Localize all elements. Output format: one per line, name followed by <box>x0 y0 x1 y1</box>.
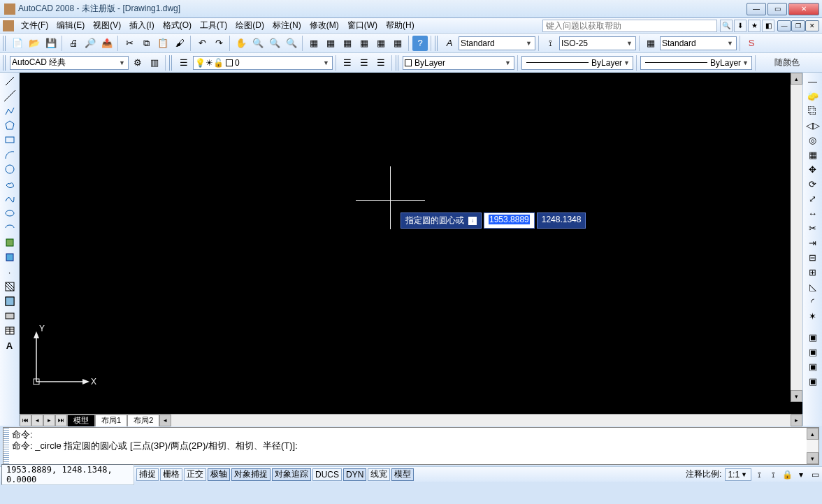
anno-visibility-icon[interactable]: ⟟ <box>752 468 766 481</box>
tab-model[interactable]: 模型 <box>67 415 95 426</box>
toolbar-grip[interactable] <box>169 55 173 71</box>
mdi-minimize-button[interactable]: — <box>777 20 791 31</box>
ws-toolbar-button[interactable]: ▥ <box>147 55 162 71</box>
close-button[interactable]: ✕ <box>788 3 819 15</box>
command-scrollbar[interactable]: ▴ ▾ <box>807 428 819 464</box>
spline-tool[interactable] <box>2 192 17 206</box>
menu-dim[interactable]: 标注(N) <box>268 18 305 33</box>
mirror-tool[interactable]: ◁▷ <box>805 118 821 132</box>
save-button[interactable]: 💾 <box>43 36 59 51</box>
layer-state-button[interactable]: ☰ <box>356 55 372 71</box>
break-tool[interactable]: ⊟ <box>805 250 821 264</box>
command-text[interactable]: 命令:命令: _circle 指定圆的圆心或 [三点(3P)/两点(2P)/相切… <box>9 428 807 464</box>
point-tool[interactable]: · <box>2 265 17 279</box>
polygon-tool[interactable] <box>2 118 17 132</box>
region-tool[interactable] <box>2 309 17 323</box>
command-window[interactable]: 命令:命令: _circle 指定圆的圆心或 [三点(3P)/两点(2P)/相切… <box>3 427 819 465</box>
draworder-tool[interactable]: ▣ <box>805 330 821 344</box>
offset-tool[interactable]: ◎ <box>805 133 821 147</box>
lineweight-combo[interactable]: ByLayer▼ <box>640 56 752 70</box>
anno-auto-icon[interactable]: ⟟ <box>766 468 780 481</box>
color-combo[interactable]: ByLayer▼ <box>403 56 514 70</box>
pan-button[interactable]: ✋ <box>233 36 249 51</box>
textstyle-icon[interactable]: A <box>442 36 457 51</box>
coordinates-display[interactable]: 1953.8889, 1248.1348, 0.0000 <box>1 464 134 485</box>
ws-settings-button[interactable]: ⚙ <box>130 55 145 71</box>
comm-icon[interactable]: ◧ <box>762 20 774 32</box>
undo-button[interactable]: ↶ <box>194 36 210 51</box>
tab-last-button[interactable]: ⏭ <box>55 415 67 426</box>
menu-edit[interactable]: 编辑(E) <box>52 18 89 33</box>
open-button[interactable]: 📂 <box>27 36 42 51</box>
snap-toggle[interactable]: 捕捉 <box>136 468 159 481</box>
star-icon[interactable]: ★ <box>748 20 760 32</box>
layer-combo[interactable]: 💡 ☀ 🔓 0 ▼ <box>193 56 333 70</box>
stretch-tool[interactable]: ↔ <box>805 206 821 220</box>
cleanscreen-icon[interactable]: ▭ <box>808 468 822 481</box>
table-style-combo[interactable]: Standard▼ <box>660 36 737 50</box>
layer-prev-button[interactable]: ☰ <box>340 55 355 71</box>
draworder2-tool[interactable]: ▣ <box>805 345 821 359</box>
polar-toggle[interactable]: 极轴 <box>208 468 230 481</box>
menu-help[interactable]: 帮助(H) <box>382 18 419 33</box>
table-tool[interactable] <box>2 324 17 338</box>
doc-icon[interactable] <box>3 20 14 31</box>
ellipse-tool[interactable] <box>2 206 17 220</box>
annotation-scale-combo[interactable]: 1:1▼ <box>725 468 751 481</box>
new-button[interactable]: 📄 <box>10 36 25 51</box>
dim-style-combo[interactable]: ISO-25▼ <box>559 36 636 50</box>
menu-file[interactable]: 文件(F) <box>17 18 52 33</box>
layer-mgr-button[interactable]: ☰ <box>176 55 192 71</box>
draworder3-tool[interactable]: ▣ <box>805 359 821 373</box>
scale-tool[interactable]: ⤢ <box>805 192 821 206</box>
search-tool-icon[interactable]: S <box>744 36 759 51</box>
model-toggle[interactable]: 模型 <box>391 468 414 481</box>
dist-tool[interactable]: — <box>805 74 821 88</box>
scroll-right-button[interactable]: ▸ <box>791 415 802 426</box>
trim-tool[interactable]: ✂ <box>805 221 821 235</box>
text-style-combo[interactable]: Standard▼ <box>459 36 535 50</box>
dynamic-y-input[interactable]: 1248.1348 <box>537 213 586 229</box>
explode-tool[interactable]: ✶ <box>805 309 821 323</box>
dimstyle-icon[interactable]: ⟟ <box>542 36 558 51</box>
tab-next-button[interactable]: ▸ <box>43 415 55 426</box>
scroll-left-button[interactable]: ◂ <box>159 415 171 426</box>
maximize-button[interactable]: ▭ <box>767 3 787 15</box>
insert-block-tool[interactable] <box>2 236 17 250</box>
layer-iso-button[interactable]: ☰ <box>373 55 389 71</box>
revcloud-tool[interactable] <box>2 177 17 191</box>
menu-view[interactable]: 视图(V) <box>89 18 125 33</box>
toolbar-grip[interactable] <box>3 36 7 51</box>
rotate-tool[interactable]: ⟳ <box>805 177 821 191</box>
osnap-toggle[interactable]: 对象捕捉 <box>231 468 271 481</box>
scroll-up-button[interactable]: ▴ <box>791 73 802 85</box>
info-icon[interactable]: ⬇ <box>734 20 747 32</box>
tab-layout1[interactable]: 布局1 <box>95 415 127 426</box>
menu-format[interactable]: 格式(O) <box>159 18 196 33</box>
grid-toggle[interactable]: 栅格 <box>160 468 182 481</box>
chamfer-tool[interactable]: ◺ <box>805 280 821 294</box>
dcenter-button[interactable]: ▦ <box>323 36 338 51</box>
vertical-scrollbar[interactable]: ▴ ▾ <box>791 73 802 402</box>
pline-tool[interactable] <box>2 103 17 117</box>
scroll-down-button[interactable]: ▾ <box>791 390 802 402</box>
circle-tool[interactable] <box>2 162 17 176</box>
menu-modify[interactable]: 修改(M) <box>305 18 343 33</box>
model-space-canvas[interactable]: 指定圆的圆心或↓ 1953.8889 1248.1348 Y X ▴ ▾ <box>20 73 802 414</box>
menu-draw[interactable]: 绘图(D) <box>231 18 268 33</box>
ellipse-arc-tool[interactable] <box>2 221 17 235</box>
copy-button[interactable]: ⧉ <box>138 36 154 51</box>
toolbar-grip[interactable] <box>396 55 400 71</box>
workspace-combo[interactable]: AutoCAD 经典▼ <box>10 56 129 70</box>
help-search-input[interactable] <box>542 20 717 32</box>
mdi-close-button[interactable]: ✕ <box>805 20 819 31</box>
search-icon[interactable]: 🔍 <box>720 20 733 32</box>
menu-insert[interactable]: 插入(I) <box>125 18 158 33</box>
cmd-scroll-up[interactable]: ▴ <box>807 428 819 440</box>
xline-tool[interactable] <box>2 89 17 103</box>
lwt-toggle[interactable]: 线宽 <box>368 468 390 481</box>
arc-tool[interactable] <box>2 147 17 161</box>
toolbar-grip[interactable] <box>435 36 439 51</box>
otrack-toggle[interactable]: 对象追踪 <box>272 468 311 481</box>
toolbar-grip[interactable] <box>3 55 7 71</box>
